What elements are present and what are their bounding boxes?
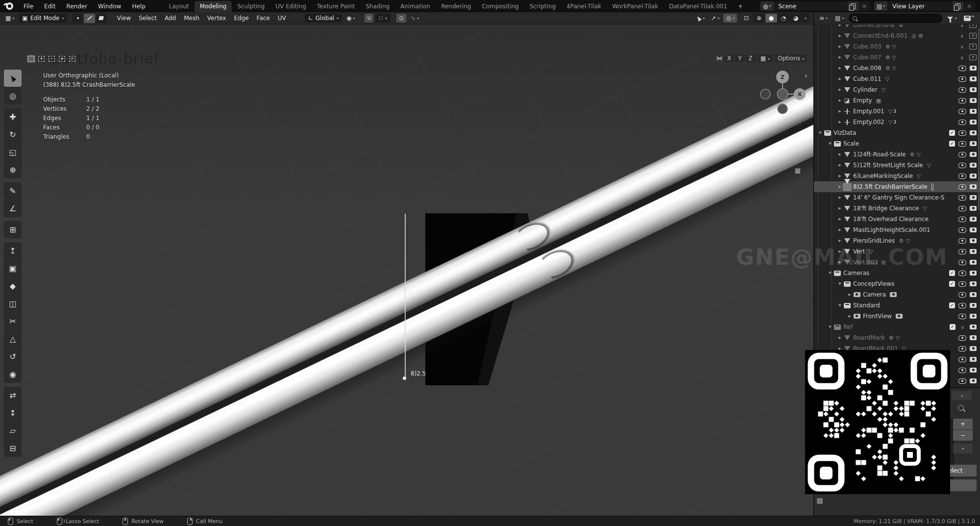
expand-arrow-icon[interactable]: ▶ (837, 196, 842, 200)
add-item-button[interactable]: + (953, 419, 973, 429)
tool-edge-slide-button[interactable]: ⇄ (4, 387, 22, 404)
eye-hidden-icon[interactable]: ∨ (959, 325, 966, 330)
outliner-row-boardmark[interactable]: ▶BoardMark⚙▽ (814, 332, 980, 343)
tab-sculpting[interactable]: Sculpting (232, 1, 270, 12)
outliner-row-conceptviews[interactable]: ▼ConceptViews✓ (814, 278, 980, 289)
tab-shading[interactable]: Shading (360, 1, 395, 12)
expand-arrow-icon[interactable]: ▼ (828, 142, 833, 146)
eye-visible-icon[interactable] (958, 238, 966, 244)
render-visibility-icon[interactable] (970, 368, 977, 373)
mirror-y-toggle[interactable]: Y (735, 54, 744, 62)
options-dropdown[interactable]: Options ▾ (775, 54, 807, 62)
expand-arrow-icon[interactable]: ▼ (828, 325, 833, 329)
render-visibility-icon[interactable] (970, 292, 977, 297)
eye-visible-icon[interactable] (958, 195, 966, 200)
viewport-menu-add[interactable]: Add (161, 15, 180, 22)
tab-modeling[interactable]: Modeling (195, 1, 232, 12)
viewport-menu-uv[interactable]: UV (274, 15, 290, 22)
render-visibility-icon[interactable] (970, 303, 977, 308)
tool-loop-cut-button[interactable]: ◫ (4, 295, 22, 312)
mirror-x-toggle[interactable]: X (724, 54, 734, 62)
outliner-row-vert[interactable]: ▶Vert▽ (814, 246, 980, 257)
mode-dropdown[interactable]: ▣Edit Mode▾ (19, 14, 67, 23)
outliner-display-mode-dropdown[interactable]: ▤▾ (833, 14, 846, 23)
eye-visible-icon[interactable] (958, 335, 966, 341)
tool-poly-build-button[interactable]: △ (4, 330, 22, 348)
render-visibility-icon[interactable] (970, 357, 977, 362)
tool-bevel-button[interactable]: ◆ (4, 277, 22, 295)
tab-datapanel-tilak-001[interactable]: DataPanel-Tilak.001 (663, 1, 733, 12)
select-mode-subtract-button[interactable]: − (48, 55, 56, 63)
eye-visible-icon[interactable] (958, 303, 966, 308)
sidebar-collapse-arrow[interactable]: ‹ (805, 72, 808, 79)
render-visibility-icon[interactable] (970, 76, 977, 81)
outliner-row-connectend-b-001[interactable]: ▶ConnectEnd-B.001◎⚙∨✕ (814, 30, 980, 41)
tab-compositing[interactable]: Compositing (476, 1, 524, 12)
tab-workpanel-tilak[interactable]: WorkPanel-Tilak (607, 1, 663, 12)
expand-arrow-icon[interactable]: ▶ (837, 239, 842, 243)
outliner-row-8-2-5ft-crashbarrierscale[interactable]: ▶8)2.5ft CrashBarrierScale (814, 181, 980, 192)
collection-checkbox[interactable]: ✓ (949, 281, 955, 287)
tab-4panel-tilak[interactable]: 4Panel-Tilak (561, 1, 607, 12)
eye-visible-icon[interactable] (958, 130, 966, 136)
remove-item-button[interactable]: − (953, 430, 973, 441)
render-visibility-icon[interactable] (970, 378, 977, 383)
eye-visible-icon[interactable] (958, 378, 966, 384)
render-visibility-icon[interactable] (970, 227, 977, 232)
shading-wireframe-button[interactable]: ⊕ (753, 14, 765, 23)
eye-visible-icon[interactable] (958, 281, 966, 287)
render-visibility-icon[interactable] (970, 87, 977, 92)
outliner-row-5-12ft-streetlight-scale[interactable]: ▶5)12ft StreetLight Scale▽ (814, 160, 980, 171)
expand-arrow-icon[interactable]: ▶ (837, 163, 842, 167)
scene-copy-button[interactable] (848, 1, 858, 11)
collection-checkbox[interactable]: ✓ (949, 302, 955, 308)
new-collection-button[interactable]: + (961, 15, 977, 22)
tool-rotate-button[interactable]: ↻ (4, 126, 22, 143)
expand-arrow-icon[interactable]: ▶ (837, 45, 842, 49)
tool-add-cube-button[interactable]: ⊞ (4, 221, 22, 238)
expand-arrow-icon[interactable]: ▼ (837, 282, 842, 286)
shading-rendered-button[interactable]: ◕ (790, 14, 802, 23)
eye-visible-icon[interactable] (958, 184, 966, 190)
expand-arrow-icon[interactable]: ▶ (837, 25, 842, 27)
expand-arrow-icon[interactable]: ▶ (837, 109, 842, 113)
expand-arrow-icon[interactable]: ▶ (837, 228, 842, 232)
outliner-row-cameras[interactable]: ▼Cameras✓ (814, 268, 980, 278)
render-visibility-icon[interactable] (970, 152, 977, 157)
render-visibility-icon[interactable] (970, 163, 977, 168)
collection-checkbox[interactable]: ✓ (949, 270, 955, 276)
eye-visible-icon[interactable] (958, 346, 966, 351)
outliner-row-vert-003[interactable]: ▶Vert.003▽ (814, 257, 980, 268)
viewport-menu-view[interactable]: View (113, 15, 134, 22)
pivot-point-dropdown[interactable]: ◉▾ (344, 14, 358, 23)
editor-type-button[interactable]: ▦▾ (3, 14, 17, 23)
expand-arrow-icon[interactable]: ▶ (837, 77, 842, 81)
viewport-menu-select[interactable]: Select (135, 15, 161, 22)
eye-visible-icon[interactable] (958, 292, 966, 298)
specials-dropdown-button[interactable]: ▾ (953, 444, 973, 453)
expand-arrow-icon[interactable]: ▶ (837, 88, 842, 92)
expand-arrow-icon[interactable]: ▶ (837, 217, 842, 221)
falloff-dropdown[interactable]: ∿▾ (408, 14, 421, 23)
eye-visible-icon[interactable] (958, 217, 966, 222)
eye-visible-icon[interactable] (958, 260, 966, 265)
eye-visible-icon[interactable] (958, 249, 966, 254)
viewport-menu-vertex[interactable]: Vertex (203, 15, 230, 22)
render-visibility-icon[interactable] (970, 281, 977, 286)
outliner-row-cube-007[interactable]: ▶Cube.007⚙▽∨✕ (814, 52, 980, 63)
eye-visible-icon[interactable] (958, 227, 966, 233)
outliner-row-vizdata[interactable]: ▼VizData✓ (814, 127, 980, 138)
expand-arrow-icon[interactable]: ▶ (837, 152, 842, 156)
eye-visible-icon[interactable] (958, 163, 966, 168)
outliner-row-cube-003[interactable]: ▶Cube.003⚙▽∨✕ (814, 41, 980, 52)
render-visibility-icon[interactable] (970, 249, 977, 254)
outliner-row-standard[interactable]: ▼Standard✓ (814, 300, 980, 311)
tool-select-box-button[interactable] (4, 70, 22, 87)
viewport-menu-face[interactable]: Face (253, 15, 274, 22)
eye-visible-icon[interactable] (958, 314, 966, 319)
tool-measure-button[interactable]: ∠ (4, 200, 22, 217)
select-mode-vertex-button[interactable] (72, 14, 83, 23)
tool-knife-button[interactable]: ✂ (4, 313, 22, 330)
render-visibility-icon[interactable] (970, 271, 977, 276)
expand-arrow-icon[interactable]: ▶ (837, 206, 842, 210)
